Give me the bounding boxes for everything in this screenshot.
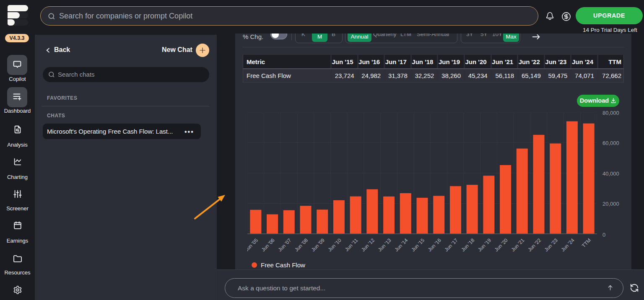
svg-text:Jun '16: Jun '16 [427, 237, 442, 253]
svg-text:Jun '07: Jun '07 [277, 237, 292, 253]
svg-text:Jun '19: Jun '19 [477, 237, 492, 253]
svg-text:Jun '17: Jun '17 [444, 237, 459, 253]
svg-text:Jun '09: Jun '09 [310, 237, 326, 253]
svg-text:Jun '18: Jun '18 [460, 237, 475, 253]
svg-text:TTM: TTM [581, 237, 592, 248]
svg-text:Jun '12: Jun '12 [360, 237, 376, 253]
svg-text:Jun '24: Jun '24 [560, 237, 576, 253]
svg-text:Jun '22: Jun '22 [527, 237, 542, 253]
svg-text:Jun '21: Jun '21 [510, 237, 525, 253]
svg-text:Jun '20: Jun '20 [493, 237, 509, 253]
svg-text:Jun '08: Jun '08 [293, 237, 309, 253]
svg-text:Jun '23: Jun '23 [543, 237, 559, 253]
svg-text:Jun '06: Jun '06 [260, 237, 276, 253]
svg-text:Jun '14: Jun '14 [393, 237, 409, 253]
svg-text:Jun '13: Jun '13 [377, 237, 392, 253]
svg-text:Jun '05: Jun '05 [247, 237, 259, 253]
svg-text:Jun '10: Jun '10 [327, 237, 343, 253]
svg-text:Jun '11: Jun '11 [344, 237, 359, 253]
svg-text:Jun '15: Jun '15 [410, 237, 426, 253]
